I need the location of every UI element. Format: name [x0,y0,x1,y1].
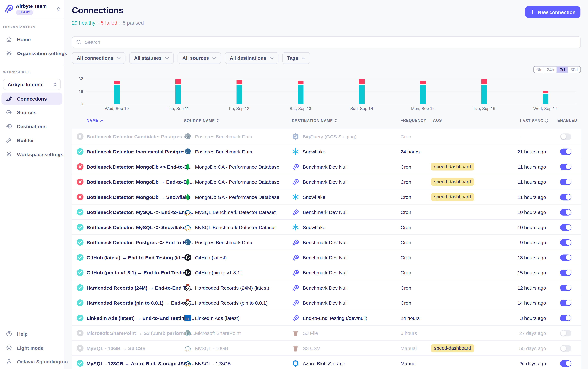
healthy-count: 29 healthy [72,20,95,26]
enabled-toggle[interactable] [560,174,571,190]
table-row[interactable]: Bottleneck Detector: MongoDb → Snowflake… [72,189,581,205]
sidebar-item-organization-settings[interactable]: Organization settings [1,47,62,59]
source-name: Hardcoded Records (24M) (latest) [195,280,269,295]
frequency: Cron [400,220,411,235]
enabled-toggle[interactable] [560,250,571,265]
team-name[interactable]: Airbyte Team [16,3,47,9]
main-content: Connections 29 healthy·5 failed·5 paused… [64,0,588,369]
range-option-30d[interactable]: 30d [568,66,580,72]
workspace-selector[interactable]: Airbyte Internal [3,79,61,90]
table-row[interactable]: Bottleneck Detector: MongoDb → End-to-En… [72,174,581,190]
table-row[interactable]: Hardcoded Records (pin to 0.0.1) → End-t… [72,295,581,310]
new-connection-button[interactable]: New connection [526,7,581,18]
airbyte-icon [292,235,299,250]
filter-tags[interactable]: Tags [282,52,310,64]
table-row[interactable]: LinkedIn Ads (latest) → End-to-End Testi… [72,310,581,326]
column-header-last-sync[interactable]: LAST SYNC [520,118,548,123]
filter-sources[interactable]: All sources [178,52,221,64]
tags: speed-dashboard [431,159,474,174]
enabled-toggle[interactable] [560,280,571,295]
tags: speed-dashboard [431,189,474,205]
status-success [77,360,84,367]
source-name: MySQL Benchmark Detector Dataset [195,205,276,220]
column-header-destination[interactable]: DESTINATION NAME [292,118,338,123]
sidebar-item-help[interactable]: Help [1,328,62,340]
enabled-toggle[interactable] [560,159,571,174]
status-icon [77,129,84,144]
destination-name: Benchmark Dev Null [303,265,348,280]
s3-icon [292,341,299,356]
filter-statuses[interactable]: All statuses [129,52,174,64]
chevron-down-icon [117,57,120,59]
tag-badge: speed-dashboard [431,193,474,201]
sidebar-item-light-mode[interactable]: Light mode [1,342,62,354]
last-sync: 26 days ago [519,356,546,369]
search-icon [76,39,82,45]
range-option-7d[interactable]: 7d [557,66,568,72]
x-axis-label: Wed, Sep 10 [96,106,138,111]
last-sync: 11 hours ago [518,159,546,174]
enabled-toggle[interactable] [560,129,571,144]
postgres-icon [184,129,192,144]
sidebar-item-workspace-settings[interactable]: Workspace settings [1,148,62,160]
enabled-toggle[interactable] [560,295,571,310]
sidebar-item-user[interactable]: Octavia Squiddington [1,355,62,368]
column-header-name[interactable]: NAME [87,118,103,123]
table-row[interactable]: MySQL - 10GB → S3 CSV MySQL MySQL - 10GB… [72,341,581,356]
table-row[interactable]: Bottleneck Detector: Postgres <> End-to-… [72,235,581,250]
table-row[interactable]: Microsoft SharePoint → S3 (13mb performa… [72,326,581,341]
enabled-toggle[interactable] [560,189,571,205]
x-axis-label: Sat, Sep 13 [280,106,321,111]
source-name: Postgres Benchmark Data [195,144,252,159]
source-name: MongoDb GA - Performance Database [195,189,279,205]
column-header-tags: TAGS [431,118,442,123]
column-header-source[interactable]: SOURCE NAME [184,118,220,123]
enabled-toggle[interactable] [560,310,571,326]
filter-connections[interactable]: All connections [72,52,125,64]
enabled-toggle[interactable] [560,265,571,280]
table-row[interactable]: Bottleneck Detector: MySQL <> Snowflake … [72,220,581,235]
table-row[interactable]: MySQL - 128GB → Azure Blob Storage JSOn … [72,356,581,369]
enabled-toggle[interactable] [560,356,571,369]
last-sync: 11 hours ago [518,189,546,205]
svg-text:in: in [186,317,189,320]
table-row[interactable]: Bottleneck Detector: Incremental Postgre… [72,144,581,159]
table-row[interactable]: GitHub (pin to v1.8.1) → End-to-End Test… [72,265,581,280]
table-row[interactable]: Hardcoded Records (24M) → End-to-End Te.… [72,280,581,295]
app-window: Airbyte Team TEAMS ORGANIZATION Home Org… [0,0,588,369]
enabled-toggle[interactable] [560,341,571,356]
destinations-icon [6,123,12,129]
sidebar-item-sources[interactable]: Sources [1,106,62,118]
source-name: MongoDb GA - Performance Database [195,159,279,174]
help-icon [6,331,12,337]
enabled-toggle[interactable] [560,205,571,220]
enabled-toggle[interactable] [560,326,571,341]
filter-destinations[interactable]: All destinations [225,52,279,64]
sidebar-item-label: Sources [17,110,36,115]
x-axis-label: Tue, Sep 16 [463,106,505,111]
enabled-toggle[interactable] [560,144,571,159]
status-icon [77,189,84,205]
enabled-toggle[interactable] [560,235,571,250]
frequency: Cron [400,295,411,310]
collapse-icon[interactable] [56,6,61,14]
table-row[interactable]: Bottleneck Detector: MongoDb <> End-to-E… [72,159,581,174]
sidebar-item-label: Octavia Squiddington [17,359,68,364]
sidebar-item-builder[interactable]: Builder [1,134,62,146]
connection-name: Hardcoded Records (24M) → End-to-End Te.… [87,280,192,295]
last-sync: 10 hours ago [517,220,546,235]
x-axis-label: Wed, Sep 17 [525,106,566,111]
sidebar-item-home[interactable]: Home [1,33,62,45]
sidebar-item-destinations[interactable]: Destinations [1,120,62,132]
table-row[interactable]: Bottleneck Detector: MySQL <> End-to-End… [72,205,581,220]
airbyte-icon [292,159,299,174]
range-option-24h[interactable]: 24h [544,66,557,72]
table-row[interactable]: GitHub (latest) → End-to-End Testing (/d… [72,250,581,265]
range-option-6h[interactable]: 6h [534,66,544,72]
enabled-toggle[interactable] [560,220,571,235]
search-input[interactable] [85,39,580,45]
x-axis-label: Thu, Sep 11 [157,106,199,111]
frequency: Cron [400,265,411,280]
table-row[interactable]: Bottleneck Detector Candidate: Postgres … [72,129,581,144]
sidebar-item-connections[interactable]: Connections [1,93,62,105]
